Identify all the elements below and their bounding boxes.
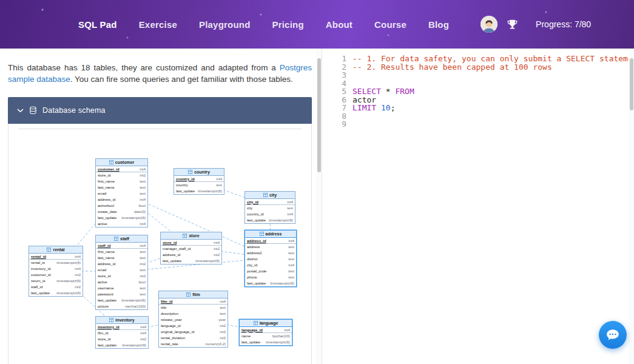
left-scrollbar <box>316 49 322 364</box>
schema-panel: Database schema customercustomer_idint4s… <box>8 97 312 364</box>
editor-scrollbar <box>629 49 634 364</box>
table-field-active: activebool <box>96 279 147 285</box>
table-field-email: emailtext <box>96 190 147 197</box>
code-line-7: LIMIT 10; <box>352 104 634 112</box>
schema-table-city[interactable]: citycity_idint4citytextcountry_idint4las… <box>244 191 295 224</box>
table-icon <box>260 232 264 236</box>
table-name: country <box>194 170 210 174</box>
table-icon <box>109 160 113 164</box>
nav-item-playground[interactable]: Playground <box>199 19 251 30</box>
sql-editor[interactable]: 123456789 -- 1. For data safety, you can… <box>322 49 634 129</box>
chat-button[interactable] <box>599 321 627 349</box>
table-field-last_update: last_updatetimestamptz(6) <box>245 280 296 286</box>
table-field-language_id: language_idint4 <box>240 327 292 333</box>
editor-code: -- 1. For data safety, you can only subm… <box>352 55 634 129</box>
table-field-last_update: last_updatetimestamptz(6) <box>161 258 221 264</box>
table-field-country_id: country_idint4 <box>174 176 224 182</box>
table-field-country_id: country_idint4 <box>245 211 295 217</box>
nav-item-pricing[interactable]: Pricing <box>272 19 304 30</box>
nav-item-course[interactable]: Course <box>374 19 406 30</box>
left-scrollbar-thumb[interactable] <box>317 58 321 172</box>
table-header: store <box>161 232 221 240</box>
table-icon <box>114 237 118 241</box>
table-field-rental_ts: rental_tstimestamptz(6) <box>29 260 83 266</box>
trophy-icon[interactable] <box>506 18 519 31</box>
table-field-store_id: store_idint2 <box>96 172 147 178</box>
intro-text: This database has 18 tables, they are cu… <box>8 62 312 85</box>
table-icon <box>109 318 113 322</box>
table-name: language <box>260 321 278 325</box>
table-field-last_update: last_updatetimestamptz(6) <box>29 290 83 296</box>
table-field-first_name: first_nametext <box>96 249 147 255</box>
code-line-1: -- 1. For data safety, you can only subm… <box>352 55 634 63</box>
table-field-rental_duration: rental_durationint2 <box>159 335 228 341</box>
table-header: inventory <box>96 317 148 324</box>
schema-table-film[interactable]: filmfilm_idint4titletextdescriptiontextr… <box>158 291 228 348</box>
line-number-6: 6 <box>322 96 346 104</box>
schema-table-inventory[interactable]: inventoryinventory_idint4film_idint4stor… <box>95 316 149 349</box>
avatar[interactable] <box>481 16 497 33</box>
table-field-district: districttext <box>245 256 296 262</box>
code-line-4 <box>352 79 634 88</box>
schema-table-staff[interactable]: staffstaff_idint4first_nametextlast_name… <box>95 235 148 310</box>
line-number-9: 9 <box>322 120 346 129</box>
nav-item-sql-pad[interactable]: SQL Pad <box>78 19 117 30</box>
table-field-film_id: film_idint4 <box>159 298 228 305</box>
table-field-name: namebpchar(20) <box>240 333 292 339</box>
table-header: customer <box>96 159 147 166</box>
table-field-release_year: release_yearyear <box>159 317 228 323</box>
table-field-store_id: store_idint2 <box>96 336 148 342</box>
code-line-2: -- 2. Results have been capped at 100 ro… <box>352 63 634 72</box>
table-field-customer_id: customer_idint4 <box>96 166 147 172</box>
line-number-8: 8 <box>322 112 346 121</box>
trophy-glyph <box>506 18 519 31</box>
chevron-down-icon[interactable] <box>17 109 24 113</box>
main: This database has 18 tables, they are cu… <box>0 49 634 364</box>
intro-text-after: . You can fire some queries and get fami… <box>70 75 293 84</box>
table-field-postal_code: postal_codetext <box>245 268 296 274</box>
table-icon <box>186 292 191 297</box>
table-field-manager_staff_id: manager_staff_idint2 <box>161 246 221 252</box>
table-header: country <box>174 169 224 176</box>
table-name: city <box>269 193 277 197</box>
table-field-film_id: film_idint4 <box>96 330 148 336</box>
schema-table-address[interactable]: addressaddress_idint4addresstextaddress2… <box>244 230 297 287</box>
table-field-address_id: address_idint2 <box>96 261 147 267</box>
editor-scrollbar-thumb[interactable] <box>630 58 633 110</box>
table-field-address_id: address_idint4 <box>96 197 147 203</box>
app-header: SQL PadExercisePlaygroundPricingAboutCou… <box>0 0 634 49</box>
table-field-last_update: last_updatetimestamptz(6) <box>174 188 224 194</box>
table-field-inventory_id: inventory_idint4 <box>96 324 148 330</box>
table-name: customer <box>115 160 135 164</box>
code-line-5: SELECT * FROM <box>352 87 634 96</box>
progress-label: Progress: 7/80 <box>536 19 591 29</box>
nav-item-about[interactable]: About <box>326 19 352 30</box>
schema-diagram[interactable]: customercustomer_idint4store_idint2first… <box>8 124 311 364</box>
table-header: rental <box>29 246 83 254</box>
code-line-9 <box>352 120 634 129</box>
schema-table-country[interactable]: countrycountry_idint4countrytextlast_upd… <box>174 168 224 195</box>
table-field-last_name: last_nametext <box>96 255 147 261</box>
schema-table-store[interactable]: storestore_idint4manager_staff_idint2add… <box>160 232 222 265</box>
table-field-return_ts: return_tstimestamptz(6) <box>29 278 83 284</box>
schema-table-rental[interactable]: rentalrental_idint4rental_tstimestamptz(… <box>29 246 83 297</box>
nav-item-blog[interactable]: Blog <box>428 19 449 30</box>
table-field-email: emailtext <box>96 267 147 273</box>
left-panel: This database has 18 tables, they are cu… <box>0 49 322 364</box>
schema-table-language[interactable]: languagelanguage_idint4namebpchar(20)las… <box>239 319 292 346</box>
table-name: inventory <box>115 318 135 322</box>
table-field-rental_id: rental_idint4 <box>29 254 83 260</box>
table-header: address <box>245 231 296 238</box>
table-name: store <box>189 234 199 238</box>
table-field-staff_id: staff_idint4 <box>96 243 147 249</box>
editor-panel: 123456789 -- 1. For data safety, you can… <box>322 49 634 364</box>
table-name: staff <box>120 237 129 241</box>
table-icon <box>188 170 192 174</box>
nav-item-exercise[interactable]: Exercise <box>139 19 177 30</box>
line-number-1: 1 <box>322 55 346 63</box>
editor-gutter: 123456789 <box>322 55 352 129</box>
schema-panel-header[interactable]: Database schema <box>8 97 312 124</box>
schema-table-customer[interactable]: customercustomer_idint4store_idint2first… <box>95 158 148 228</box>
table-field-city_id: city_idint4 <box>245 262 296 268</box>
table-icon <box>183 234 187 238</box>
